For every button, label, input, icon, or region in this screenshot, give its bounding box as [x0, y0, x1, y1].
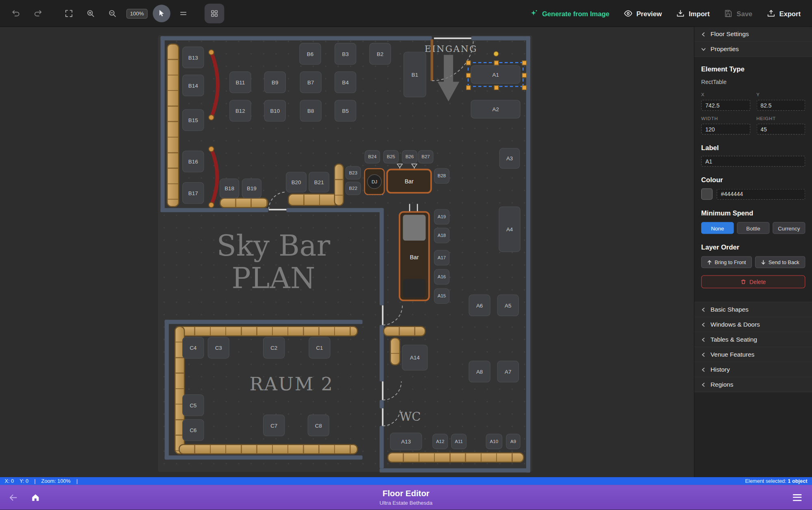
height-field[interactable]: [756, 124, 806, 135]
x-field[interactable]: [701, 100, 750, 111]
table-A2[interactable]: A2: [471, 100, 520, 118]
home-button[interactable]: [30, 493, 40, 502]
table-B12[interactable]: B12: [229, 100, 251, 122]
lines-tool-button[interactable]: [175, 4, 192, 22]
table-A8[interactable]: A8: [469, 361, 490, 383]
table-C1[interactable]: C1: [309, 337, 330, 359]
table-B24[interactable]: B24: [365, 150, 380, 164]
bench[interactable]: [179, 326, 358, 337]
table-B13[interactable]: B13: [182, 47, 204, 69]
bench[interactable]: [179, 444, 358, 454]
table-B6[interactable]: B6: [299, 43, 321, 65]
bar-counter-vertical[interactable]: Bar: [399, 211, 430, 301]
table-A7[interactable]: A7: [497, 361, 519, 383]
table-B20[interactable]: B20: [286, 172, 307, 192]
table-C5[interactable]: C5: [182, 394, 204, 416]
min-spend-bottle-button[interactable]: Bottle: [737, 222, 769, 234]
table-A15[interactable]: A15: [434, 288, 449, 303]
table-B27[interactable]: B27: [418, 150, 433, 164]
zoom-in-button[interactable]: [82, 4, 99, 22]
zoom-level[interactable]: 100%: [126, 9, 147, 18]
bench[interactable]: [383, 326, 426, 337]
table-B10[interactable]: B10: [264, 100, 286, 122]
table-B8[interactable]: B8: [300, 100, 322, 122]
bench[interactable]: [167, 43, 179, 207]
table-A3[interactable]: A3: [499, 148, 520, 169]
floor-settings-back[interactable]: Floor Settings: [694, 27, 812, 42]
bench[interactable]: [220, 198, 268, 208]
save-button[interactable]: Save: [723, 9, 752, 18]
colour-field[interactable]: [717, 189, 805, 200]
table-B26[interactable]: B26: [402, 150, 417, 164]
colour-swatch[interactable]: [701, 188, 713, 200]
menu-button[interactable]: [793, 494, 802, 501]
table-B2[interactable]: B2: [369, 43, 391, 65]
bring-to-front-button[interactable]: Bring to Front: [701, 256, 752, 268]
table-A10[interactable]: A10: [486, 434, 502, 449]
table-C6[interactable]: C6: [182, 419, 204, 441]
table-A18[interactable]: A18: [434, 228, 449, 243]
fullscreen-button[interactable]: [60, 4, 78, 22]
export-button[interactable]: Export: [767, 9, 801, 18]
import-button[interactable]: Import: [676, 9, 710, 18]
wc-door-icon[interactable]: [383, 408, 400, 426]
grid-tool-button[interactable]: [205, 4, 224, 23]
resize-handle-ne[interactable]: [522, 60, 527, 65]
table-C2[interactable]: C2: [263, 337, 285, 359]
preview-button[interactable]: Preview: [624, 9, 662, 18]
selection-overlay[interactable]: [468, 62, 524, 87]
table-A9[interactable]: A9: [506, 434, 520, 449]
table-B4[interactable]: B4: [335, 71, 356, 93]
table-C7[interactable]: C7: [263, 415, 285, 437]
table-B21[interactable]: B21: [309, 172, 329, 192]
table-A6[interactable]: A6: [469, 295, 490, 316]
table-B11[interactable]: B11: [229, 71, 251, 93]
table-A17[interactable]: A17: [434, 250, 449, 265]
table-C3[interactable]: C3: [207, 337, 229, 359]
door-icon[interactable]: [383, 306, 402, 325]
door-icon[interactable]: [269, 192, 286, 209]
table-C4[interactable]: C4: [182, 337, 204, 359]
dj-booth[interactable]: DJ: [364, 168, 385, 195]
table-A5[interactable]: A5: [497, 295, 519, 316]
door-icon[interactable]: [383, 381, 402, 400]
resize-handle-n[interactable]: [494, 60, 499, 65]
table-B1[interactable]: B1: [404, 52, 426, 97]
table-B3[interactable]: B3: [335, 43, 356, 65]
table-B17[interactable]: B17: [182, 182, 204, 204]
table-B23[interactable]: B23: [346, 166, 361, 179]
sidebar-section-windows-doors[interactable]: Windows & Doors: [694, 317, 812, 332]
table-A13[interactable]: A13: [390, 433, 422, 450]
bar-counter-top[interactable]: Bar: [387, 169, 432, 194]
table-A4[interactable]: A4: [499, 207, 520, 252]
table-B14[interactable]: B14: [182, 75, 204, 97]
table-B15[interactable]: B15: [182, 109, 204, 131]
bench[interactable]: [387, 452, 524, 463]
bench[interactable]: [288, 194, 339, 206]
table-C8[interactable]: C8: [308, 415, 330, 437]
table-B28[interactable]: B28: [434, 168, 449, 184]
table-B9[interactable]: B9: [264, 71, 286, 93]
back-button[interactable]: [8, 493, 18, 502]
y-field[interactable]: [756, 100, 806, 111]
resize-handle-s[interactable]: [494, 85, 499, 90]
table-B22[interactable]: B22: [346, 182, 361, 195]
resize-handle-e[interactable]: [522, 73, 527, 77]
min-spend-none-button[interactable]: None: [701, 222, 734, 234]
table-A12[interactable]: A12: [432, 434, 448, 449]
resize-handle-sw[interactable]: [466, 85, 471, 90]
table-A14[interactable]: A14: [402, 344, 428, 370]
sidebar-section-history[interactable]: History: [694, 362, 812, 377]
bench[interactable]: [334, 164, 344, 206]
table-B19[interactable]: B19: [242, 179, 261, 198]
min-spend-currency-button[interactable]: Currency: [773, 222, 805, 234]
select-tool-button[interactable]: [153, 4, 170, 22]
table-A11[interactable]: A11: [451, 434, 466, 449]
width-field[interactable]: [701, 124, 750, 135]
table-B16[interactable]: B16: [182, 151, 204, 172]
rotate-handle[interactable]: [494, 51, 499, 56]
table-B7[interactable]: B7: [300, 71, 322, 93]
sidebar-section-tables-seating[interactable]: Tables & Seating: [694, 332, 812, 347]
table-B25[interactable]: B25: [383, 150, 399, 164]
sidebar-section-basic-shapes[interactable]: Basic Shapes: [694, 302, 812, 317]
